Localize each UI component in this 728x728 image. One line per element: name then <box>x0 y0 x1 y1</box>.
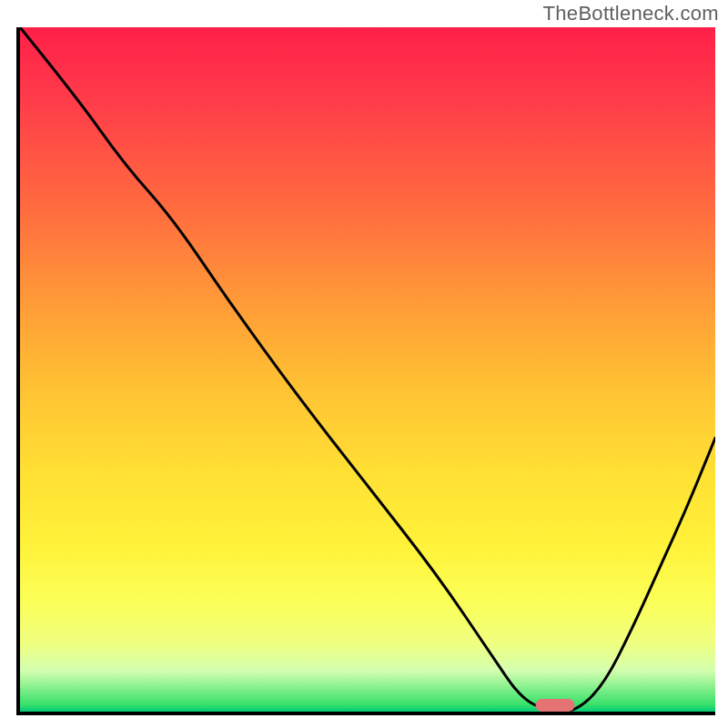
optimal-marker <box>536 699 575 712</box>
plot-area <box>16 27 715 715</box>
bottleneck-curve <box>20 27 715 712</box>
attribution-label: TheBottleneck.com <box>543 2 719 25</box>
chart-container: TheBottleneck.com <box>0 0 728 728</box>
